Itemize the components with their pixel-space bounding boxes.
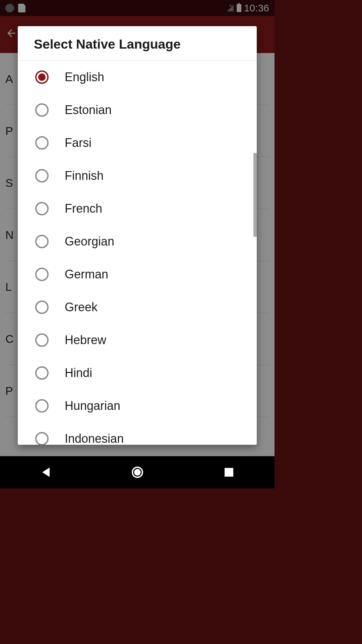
scrollbar-thumb[interactable] (253, 153, 257, 237)
nav-back-button[interactable] (39, 466, 53, 479)
language-option[interactable]: Hindi (18, 357, 257, 389)
language-option-label: English (65, 70, 104, 84)
radio-button-icon (35, 333, 49, 347)
radio-button-icon (35, 301, 49, 314)
nav-bar (0, 456, 275, 488)
language-option-label: Indonesian (65, 432, 124, 445)
radio-button-icon (35, 235, 49, 248)
radio-button-icon (35, 202, 49, 215)
radio-button-icon (35, 169, 49, 182)
language-option[interactable]: German (18, 258, 257, 291)
language-option-label: Hindi (65, 366, 92, 380)
language-option[interactable]: Hebrew (18, 324, 257, 357)
nav-recent-button[interactable] (222, 466, 236, 479)
radio-button-icon (35, 136, 49, 150)
language-option[interactable]: English (18, 61, 257, 94)
language-option-label: Greek (65, 300, 98, 314)
language-option[interactable]: Estonian (18, 94, 257, 126)
language-option-label: Georgian (65, 234, 114, 249)
language-option[interactable]: French (18, 192, 257, 225)
language-option-label: Hungarian (65, 399, 120, 413)
language-option-label: Farsi (65, 136, 92, 150)
recent-square-icon (225, 468, 233, 477)
language-option[interactable]: Hungarian (18, 389, 257, 422)
language-option-label: German (65, 267, 108, 281)
radio-button-icon (35, 432, 49, 445)
language-option[interactable]: Greek (18, 291, 257, 324)
radio-button-icon (35, 366, 49, 380)
language-option-label: Estonian (65, 103, 112, 117)
dialog-title: Select Native Language (18, 26, 257, 61)
language-option-label: Finnish (65, 169, 104, 183)
language-option[interactable]: Georgian (18, 225, 257, 258)
radio-button-icon (35, 70, 49, 84)
language-option[interactable]: Indonesian (18, 422, 257, 445)
language-option-label: Hebrew (65, 333, 106, 347)
language-option[interactable]: Farsi (18, 126, 257, 159)
home-circle-icon (132, 467, 143, 478)
language-list[interactable]: EnglishEstonianFarsiFinnishFrenchGeorgia… (18, 61, 257, 445)
language-option-label: French (65, 202, 102, 216)
radio-button-icon (35, 268, 49, 281)
language-option[interactable]: Finnish (18, 159, 257, 192)
radio-button-icon (35, 399, 49, 413)
language-dialog: Select Native Language EnglishEstonianFa… (18, 26, 257, 445)
back-triangle-icon (42, 468, 50, 477)
nav-home-button[interactable] (131, 466, 144, 479)
radio-button-icon (35, 103, 49, 117)
